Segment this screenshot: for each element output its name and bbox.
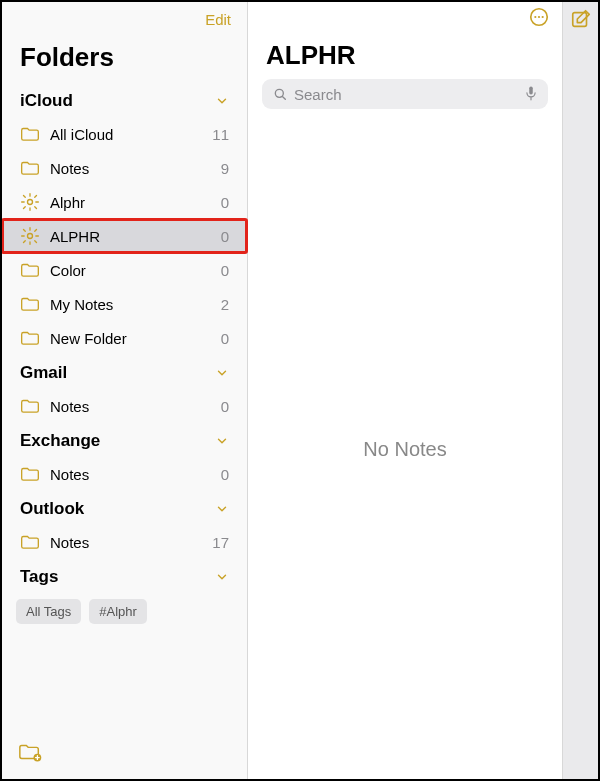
svg-point-5 bbox=[538, 16, 540, 18]
main-pane: ALPHR No Notes bbox=[248, 2, 562, 779]
folder-count: 0 bbox=[211, 330, 229, 347]
right-strip bbox=[562, 2, 598, 779]
section-header-exchange[interactable]: Exchange bbox=[2, 423, 247, 457]
folders-title: Folders bbox=[2, 36, 247, 83]
folder-name: Notes bbox=[50, 398, 201, 415]
svg-point-6 bbox=[542, 16, 544, 18]
folder-row[interactable]: My Notes2 bbox=[2, 287, 247, 321]
section-title: iCloud bbox=[20, 91, 73, 111]
folder-row[interactable]: Notes0 bbox=[2, 457, 247, 491]
svg-point-7 bbox=[275, 89, 283, 97]
gear-icon bbox=[20, 226, 40, 246]
folder-name: Notes bbox=[50, 466, 201, 483]
compose-icon bbox=[570, 8, 592, 30]
folder-count: 9 bbox=[211, 160, 229, 177]
search-icon bbox=[272, 86, 288, 102]
folder-icon-wrap bbox=[20, 124, 40, 144]
folder-count: 11 bbox=[211, 126, 229, 143]
svg-point-0 bbox=[28, 200, 33, 205]
section-title: Outlook bbox=[20, 499, 84, 519]
gear-icon bbox=[20, 192, 40, 212]
empty-notes-label: No Notes bbox=[248, 119, 562, 779]
folder-name: New Folder bbox=[50, 330, 201, 347]
more-options-button[interactable] bbox=[528, 6, 550, 32]
compose-button[interactable] bbox=[570, 8, 592, 34]
edit-button[interactable]: Edit bbox=[205, 11, 231, 28]
folder-row[interactable]: Notes17 bbox=[2, 525, 247, 559]
chevron-down-icon bbox=[215, 94, 229, 108]
folder-icon bbox=[20, 398, 40, 415]
folder-name: Notes bbox=[50, 534, 201, 551]
folder-plus-icon bbox=[18, 741, 42, 763]
svg-point-1 bbox=[28, 234, 33, 239]
svg-point-4 bbox=[534, 16, 536, 18]
folder-icon-wrap bbox=[20, 158, 40, 178]
folder-name: My Notes bbox=[50, 296, 201, 313]
folder-row[interactable]: New Folder0 bbox=[2, 321, 247, 355]
search-input[interactable] bbox=[294, 86, 518, 103]
search-field[interactable] bbox=[262, 79, 548, 109]
section-header-gmail[interactable]: Gmail bbox=[2, 355, 247, 389]
folder-row[interactable]: Alphr0 bbox=[2, 185, 247, 219]
section-title: Gmail bbox=[20, 363, 67, 383]
new-folder-button[interactable] bbox=[18, 749, 42, 766]
sidebar: Edit Folders iCloudAll iCloud11Notes9Alp… bbox=[2, 2, 248, 779]
folder-name: Color bbox=[50, 262, 201, 279]
search-wrap bbox=[248, 79, 562, 119]
section-header-icloud[interactable]: iCloud bbox=[2, 83, 247, 117]
folder-row[interactable]: ALPHR0 bbox=[2, 219, 247, 253]
ellipsis-circle-icon bbox=[528, 6, 550, 28]
main-toolbar bbox=[248, 2, 562, 36]
folder-icon-wrap bbox=[20, 464, 40, 484]
folder-count: 17 bbox=[211, 534, 229, 551]
chevron-down-icon bbox=[215, 434, 229, 448]
section-title: Exchange bbox=[20, 431, 100, 451]
folder-count: 2 bbox=[211, 296, 229, 313]
folder-icon bbox=[20, 534, 40, 551]
folder-name: Alphr bbox=[50, 194, 201, 211]
folder-row[interactable]: All iCloud11 bbox=[2, 117, 247, 151]
section-header-tags[interactable]: Tags bbox=[2, 559, 247, 593]
folder-count: 0 bbox=[211, 228, 229, 245]
folder-icon bbox=[20, 160, 40, 177]
folder-icon-wrap bbox=[20, 396, 40, 416]
section-header-outlook[interactable]: Outlook bbox=[2, 491, 247, 525]
tags-row: All Tags#Alphr bbox=[2, 593, 247, 630]
folder-count: 0 bbox=[211, 194, 229, 211]
folder-icon bbox=[20, 296, 40, 313]
sidebar-toolbar: Edit bbox=[2, 2, 247, 36]
gear-icon-wrap bbox=[20, 192, 40, 212]
gear-icon-wrap bbox=[20, 226, 40, 246]
folder-row[interactable]: Notes0 bbox=[2, 389, 247, 423]
chevron-down-icon bbox=[215, 366, 229, 380]
tag-chip[interactable]: #Alphr bbox=[89, 599, 147, 624]
svg-rect-8 bbox=[529, 86, 533, 94]
mic-icon[interactable] bbox=[524, 85, 538, 103]
folder-name: Notes bbox=[50, 160, 201, 177]
folder-row[interactable]: Notes9 bbox=[2, 151, 247, 185]
sidebar-bottom bbox=[2, 729, 247, 779]
folder-icon bbox=[20, 330, 40, 347]
folder-icon-wrap bbox=[20, 532, 40, 552]
chevron-down-icon bbox=[215, 502, 229, 516]
tag-chip[interactable]: All Tags bbox=[16, 599, 81, 624]
folder-count: 0 bbox=[211, 466, 229, 483]
folder-icon bbox=[20, 466, 40, 483]
folder-name: ALPHR bbox=[50, 228, 201, 245]
folder-icon bbox=[20, 262, 40, 279]
section-title: Tags bbox=[20, 567, 58, 587]
chevron-down-icon bbox=[215, 570, 229, 584]
folder-icon-wrap bbox=[20, 260, 40, 280]
folder-name: All iCloud bbox=[50, 126, 201, 143]
folder-icon bbox=[20, 126, 40, 143]
folder-row[interactable]: Color0 bbox=[2, 253, 247, 287]
notes-list-title: ALPHR bbox=[248, 36, 562, 79]
folder-icon-wrap bbox=[20, 328, 40, 348]
folder-count: 0 bbox=[211, 262, 229, 279]
folder-icon-wrap bbox=[20, 294, 40, 314]
folder-count: 0 bbox=[211, 398, 229, 415]
